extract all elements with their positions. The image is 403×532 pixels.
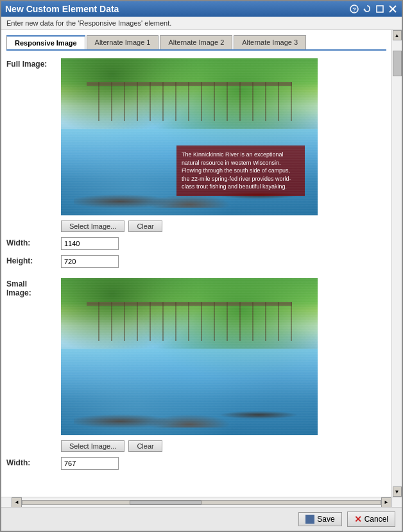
small-image-width-label: Width: — [6, 457, 61, 467]
full-image-height-row: Height: — [6, 255, 386, 268]
small-image-select-button[interactable]: Select Image... — [61, 440, 124, 452]
window-title: New Custom Element Data — [5, 4, 119, 14]
scroll-down-button[interactable]: ▼ — [393, 486, 402, 497]
full-image-height-input[interactable] — [61, 255, 119, 268]
full-image-buttons: Select Image... Clear — [61, 220, 318, 232]
refresh-icon[interactable] — [362, 4, 372, 14]
content-area: Responsive Image Alternate Image 1 Alter… — [1, 30, 402, 497]
bridge-lines — [87, 82, 292, 121]
save-button[interactable]: Save — [298, 512, 341, 526]
scroll-right-button[interactable]: ► — [381, 497, 391, 508]
image-text-overlay: The Kinnickinnic River is an exceptional… — [176, 145, 305, 196]
full-image-visual: The Kinnickinnic River is an exceptional… — [61, 58, 318, 215]
small-bridge-lines — [87, 302, 292, 341]
subtitle: Enter new data for the 'Responsive Image… — [1, 17, 402, 30]
scrollbar-right: ▲ ▼ — [391, 30, 402, 497]
full-image-width-input[interactable] — [61, 237, 119, 250]
svg-text:?: ? — [352, 6, 356, 13]
scroll-left-button[interactable]: ◄ — [12, 497, 22, 508]
full-image-height-label: Height: — [6, 255, 61, 265]
scroll-thumb-horizontal[interactable] — [130, 501, 202, 504]
full-image-clear-button[interactable]: Clear — [128, 220, 162, 232]
maximize-icon[interactable] — [375, 4, 385, 14]
titlebar-icons: ? — [349, 4, 398, 14]
help-icon[interactable]: ? — [349, 4, 359, 14]
scroll-thumb[interactable] — [393, 51, 402, 76]
titlebar: New Custom Element Data ? — [1, 1, 402, 17]
full-image-width-row: Width: — [6, 237, 386, 250]
small-image-row: Small Image: Select Image... — [6, 278, 386, 452]
tab-alternate-image-1[interactable]: Alternate Image 1 — [87, 35, 159, 49]
cancel-icon: ✕ — [354, 514, 362, 524]
scrollbar-bottom: ◄ ► — [1, 497, 402, 507]
small-image-section: Small Image: Select Image... — [6, 278, 386, 470]
svg-rect-3 — [377, 6, 383, 12]
water-area — [61, 129, 318, 215]
svg-marker-2 — [363, 8, 366, 10]
tab-bar: Responsive Image Alternate Image 1 Alter… — [6, 35, 386, 51]
small-image-width-input[interactable] — [61, 457, 119, 470]
small-water-area — [61, 349, 318, 435]
full-image-width-label: Width: — [6, 237, 61, 247]
small-image-clear-button[interactable]: Clear — [128, 440, 162, 452]
scroll-up-button[interactable]: ▲ — [393, 30, 402, 40]
tab-alternate-image-3[interactable]: Alternate Image 3 — [234, 35, 306, 49]
tab-responsive-image[interactable]: Responsive Image — [6, 35, 85, 49]
rocks-area — [74, 176, 305, 208]
main-panel: Responsive Image Alternate Image 1 Alter… — [1, 30, 391, 497]
small-image-width-row: Width: — [6, 457, 386, 470]
full-image-section: Full Image: The Kinnickinnic River is an… — [6, 58, 386, 268]
full-image-select-button[interactable]: Select Image... — [61, 220, 124, 232]
full-image-label: Full Image: — [6, 58, 61, 69]
small-rocks-area — [74, 396, 305, 428]
window: New Custom Element Data ? Enter new data… — [0, 0, 403, 532]
tab-alternate-image-2[interactable]: Alternate Image 2 — [160, 35, 232, 49]
footer-bar: Save ✕ Cancel — [1, 507, 402, 531]
full-image-row: Full Image: The Kinnickinnic River is an… — [6, 58, 386, 232]
full-image-preview: The Kinnickinnic River is an exceptional… — [61, 58, 318, 215]
small-image-buttons: Select Image... Clear — [61, 440, 318, 452]
close-icon[interactable] — [388, 4, 398, 14]
small-image-label: Small Image: — [6, 278, 61, 297]
small-image-visual — [61, 278, 318, 435]
cancel-button[interactable]: ✕ Cancel — [347, 511, 395, 527]
scroll-track-horizontal — [22, 500, 381, 505]
small-image-preview — [61, 278, 318, 435]
save-icon — [305, 515, 314, 524]
